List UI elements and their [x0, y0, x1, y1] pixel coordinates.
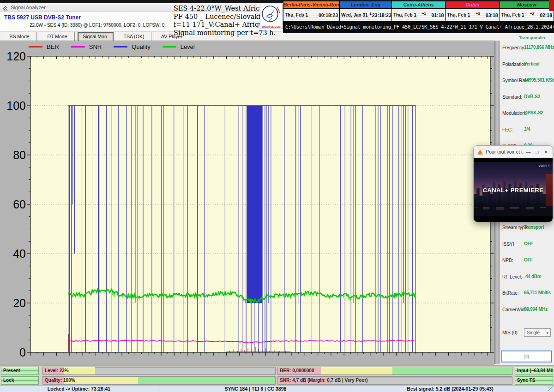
legend-label: Quality: [132, 43, 150, 50]
legend-label: BER: [47, 43, 59, 50]
clock-time: 23:18:23: [372, 12, 391, 18]
clock-time: 00:18:23: [319, 12, 338, 18]
gauge-label: BER: 0,0000000: [280, 368, 314, 373]
legend-swatch-level: [163, 46, 176, 48]
sidebar-spectrum-button[interactable]: ▤: [501, 350, 552, 362]
transponder-row-symbol-rate: Symbol Rate:44995,501 KS/s: [500, 76, 554, 87]
transponder-row-rf-level: RF Level:-44 dBm: [500, 273, 554, 284]
row-label: NPD:: [502, 258, 513, 263]
signal-monitoring-plot: [0, 41, 494, 367]
signal-chart-panel: BERSNRQualityLevel 020406080100120: [0, 41, 494, 365]
y-axis-label-0: 0: [2, 345, 26, 359]
tuner-details: 22.0W - SES 4 (ID: 3380) @ LOF1: 9750000…: [30, 23, 164, 28]
clock-date: Thu, Feb 1: [501, 12, 524, 18]
header-note: SES 4-22.0°W_West Africa PF 450 _ Lucene…: [174, 5, 261, 37]
y-axis-label-120: 120: [2, 49, 26, 63]
gauge-level: Level: 23%: [42, 367, 276, 375]
clock-berlin-paris-vienna-roma: Berlin-Paris-Vienna-RomaThu, Feb 100:18:…: [283, 1, 340, 21]
command-prompt[interactable]: C:\Users\Roman Dávid>Signal monitoring_P…: [283, 22, 554, 33]
row-value: Transport: [524, 225, 544, 230]
gauge-label: SNR: 4,7 dB (Margin: 0,7 dB | Very Poor): [280, 378, 368, 383]
canal-premiere-title: CANAL+ PREMIERE: [474, 187, 553, 194]
tab-tsa-ok[interactable]: TSA (OK): [116, 32, 151, 42]
gauge-segment-yellow: [321, 367, 393, 374]
clock-datetime: Thu, Feb 1+303:18: [446, 9, 499, 21]
logo-text: DXSATCS.COM: [260, 25, 282, 28]
clock-utc-offset: +2: [530, 12, 534, 16]
badge-present: Present: [1, 367, 39, 375]
clock-time: 02:18: [540, 12, 552, 18]
voir-plus-label: VOIR +: [539, 164, 550, 167]
header-note-line2: PF 450 _ Lucenec/Slovakia: [174, 13, 261, 21]
vlc-popup-titlebar[interactable]: Pour tout voir et to... — □ ✕: [474, 146, 553, 158]
corner-red-element: [549, 0, 554, 11]
vlc-popup-window[interactable]: Pour tout voir et to... — □ ✕ VOIR + CAN…: [473, 145, 553, 222]
legend-label: SNR: [89, 43, 102, 50]
transponder-row-stream-type: Stream type:Transport: [500, 223, 554, 234]
clock-date: Thu, Feb 1: [447, 12, 470, 18]
world-clock-table: Berlin-Paris-Vienna-RomaThu, Feb 100:18:…: [283, 1, 554, 22]
vlc-popup-title: Pour tout voir et to...: [486, 149, 523, 154]
clock-date: Wed, Jan 31: [341, 12, 368, 18]
vlc-cone-icon: [477, 149, 483, 154]
vlc-video-area[interactable]: VOIR + CANAL+ PREMIERE: [474, 158, 553, 222]
transponder-row-issyi: ISSYIOFF: [500, 240, 554, 251]
signal-analyzer-window: Signal Analyzer TBS 5927 USB DVB-S2 Tune…: [0, 0, 554, 392]
legend-swatch-quality: [114, 46, 127, 48]
mis-label: MIS (0):: [502, 330, 519, 335]
header-note-line1: SES 4-22.0°W_West Africa: [174, 5, 261, 13]
gauge-label: Level: 23%: [45, 368, 69, 373]
gauge-segment-green: [392, 367, 512, 374]
gauge-ber: BER: 0,0000000: [277, 367, 512, 375]
minimize-button[interactable]: —: [525, 149, 531, 154]
row-value: 66,711 Mbit/s: [524, 290, 551, 295]
row-label: FEC:: [502, 127, 513, 132]
row-label: Standard:: [502, 95, 522, 100]
clock-datetime: Thu, Feb 1+101:18: [392, 9, 445, 21]
row-value: -44 dBm: [524, 274, 541, 279]
clock-date: Thu, Feb 1: [285, 12, 308, 18]
row-label: BitRate:: [502, 291, 519, 296]
clock-utc-offset: -1: [368, 12, 372, 16]
close-button[interactable]: ✕: [543, 149, 549, 154]
clock-time: 03:18: [486, 12, 498, 18]
maximize-button[interactable]: □: [534, 149, 540, 154]
clock-date: Thu, Feb 1: [393, 12, 416, 18]
gauge-segment-green: [138, 377, 275, 384]
clock-city-label: Cairo-Athens: [392, 1, 445, 9]
badge-lock: Lock: [1, 376, 39, 385]
legend-item-quality: Quality: [114, 43, 150, 50]
clock-cairo-athens: Cairo-AthensThu, Feb 1+101:18: [392, 1, 446, 21]
row-label: Modulation:: [502, 111, 526, 116]
clock-city-label: Berlin-Paris-Vienna-Roma: [283, 1, 339, 9]
row-value: QPSK-S2: [524, 110, 543, 115]
window-title: Signal Analyzer: [11, 5, 46, 10]
tab-bs-mode[interactable]: BS Mode: [2, 32, 37, 42]
badge-sync-ts: Sync TS: [515, 376, 553, 385]
dxsatcs-logo: DXSATCS.COM: [260, 4, 283, 29]
badge-input-63-84-mbps: Input (~63,84 Mbps): [515, 367, 553, 375]
canalplus-video-frame: VOIR + CANAL+ PREMIERE: [474, 162, 553, 216]
transponder-row-frequency: Frequency:11170,866 MHz: [500, 43, 554, 54]
clock-dubai: DubaiThu, Feb 1+303:18: [446, 1, 500, 21]
legend-swatch-ber: [29, 46, 42, 48]
clock-utc-offset: +3: [476, 12, 480, 16]
row-value: 53,994 MHz: [524, 307, 548, 312]
transponder-row-modulation: Modulation:QPSK-S2: [500, 109, 554, 120]
legend-item-ber: BER: [29, 43, 59, 50]
row-label: Frequency:: [502, 45, 525, 50]
clock-city-label: Moscow: [500, 1, 554, 9]
status-uptime: Locked -> Uptime: 73:26:41: [0, 386, 158, 392]
gauge-snr: SNR: 4,7 dB (Margin: 0,7 dB | Very Poor): [277, 376, 512, 385]
header-note-line3: f=11 171_V:Canal+ Afrique: [174, 21, 261, 29]
legend-label: Level: [181, 43, 195, 50]
row-value: 11170,866 MHz: [524, 45, 554, 50]
gauge-bar-area: PresentLevel: 23%BER: 0,0000000Input (~6…: [0, 365, 554, 385]
clock-datetime: Thu, Feb 1+202:18: [500, 9, 554, 21]
resize-grip[interactable]: [548, 386, 554, 392]
tab-dt-mode[interactable]: DT Mode: [40, 32, 75, 42]
legend-item-level: Level: [163, 43, 195, 50]
legend-swatch-snr: [71, 46, 85, 48]
mis-dropdown[interactable]: Single ▾: [524, 328, 551, 337]
table-grid-icon: ▤: [524, 353, 529, 360]
